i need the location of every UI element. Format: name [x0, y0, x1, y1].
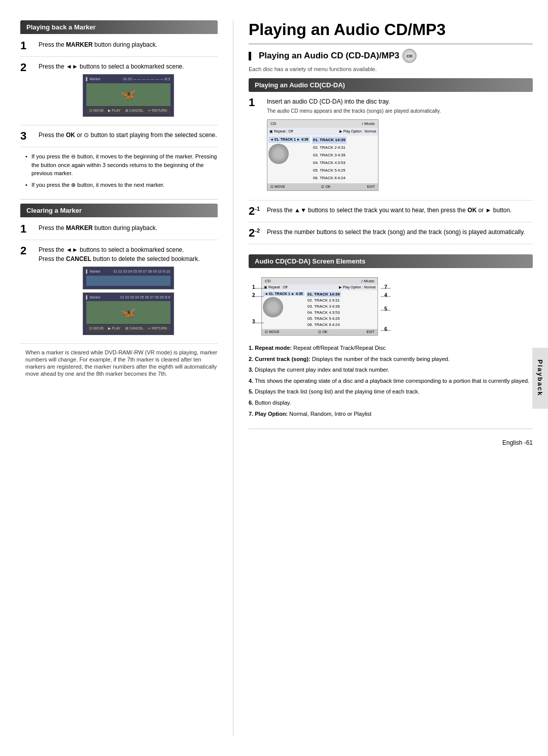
- cd-step-1-num: 1: [249, 97, 263, 108]
- elem-6-num: 6.: [249, 400, 253, 406]
- track-5-time-2: 4:25: [332, 316, 340, 321]
- step-2-num: 2: [20, 62, 35, 73]
- clearing-marker-header: Clearing a Marker: [20, 204, 218, 217]
- footer-move-2: ⊡ MOVE: [265, 330, 280, 334]
- track-1-time: 4:39: [337, 137, 346, 143]
- track-1-name: 01. TRACK 1: [313, 137, 337, 143]
- step-3-content: Press the OK or ⊙ button to start playin…: [39, 130, 218, 140]
- track-1-time-2: 4:39: [332, 292, 340, 297]
- cd-footer-2: ⊡ MOVE ⊡ OK EXIT: [262, 329, 378, 335]
- clear-step-1-content: Press the MARKER button during playback.: [39, 223, 218, 233]
- label-5: 5: [384, 306, 387, 312]
- footer-exit-2: EXIT: [366, 330, 374, 334]
- cd-screen-1-wrapper: CD ♪ Music ▣ Repeat : Off ▶ Play Option …: [267, 119, 399, 191]
- element-2: 2. Current track (song): Displays the nu…: [249, 355, 533, 364]
- marker-bold: MARKER: [66, 41, 93, 48]
- ctrl-move-2: ⊡ MOVE: [89, 326, 104, 332]
- footer-exit: EXIT: [367, 184, 375, 190]
- clearing-note-text: When a marker is cleared while DVD-RAM/-…: [25, 349, 217, 377]
- cd-main-area: ◄ 01. TRACK 1 ► 4:39 01. TRACK 1 4:39: [267, 136, 378, 183]
- cd-main-area-2: ◄ 01. TRACK 1 ► 4:39 01. TRACK 1 4:39 02…: [262, 290, 378, 329]
- playback-step-3: 3 Press the OK or ⊙ button to start play…: [20, 130, 218, 147]
- bullet-2: If you press the ⊕ button, it moves to t…: [25, 181, 218, 189]
- marker-label-1: ▌ Marker: [86, 77, 101, 82]
- track-row-6: 06. TRACK 6 4:24: [312, 175, 347, 182]
- cd-music-label: ♪ Music: [361, 121, 375, 127]
- track-6-name: 06. TRACK 6: [313, 175, 337, 181]
- elements-list: 1. Repeat mode: Repeat off/Repeat Track/…: [249, 344, 533, 418]
- page-footer: English -61: [249, 429, 533, 446]
- marker-screen-2: ▌ Marker 01 02 03 04 05 06 07 08 09 10 N…: [83, 267, 174, 289]
- label-2: 2: [252, 292, 255, 298]
- elem-2-label: Current track (song):: [255, 356, 310, 362]
- screen-with-labels: 1 2 3 7 4 5 6: [261, 273, 378, 340]
- label-7: 7: [384, 284, 387, 290]
- ok-bold-2: OK: [467, 207, 476, 214]
- cd-repeat-bar: ▣ Repeat : Off ▶ Play Option : Normal: [267, 128, 378, 136]
- section-divider-1: [20, 199, 218, 200]
- elem-5-num: 5.: [249, 388, 253, 395]
- track-row-2-2: 02. TRACK 2 4:31: [306, 298, 341, 304]
- cd-album-area-2: ◄ 01. TRACK 1 ► 4:39: [263, 291, 304, 328]
- track-6-time: 4:24: [337, 175, 346, 181]
- step-2-content: Press the ◄► buttons to select a bookmar…: [39, 62, 218, 120]
- sub-heading-text: Playing an Audio CD (CD-DA)/MP3: [259, 51, 399, 61]
- screen-elements-section: Audio CD(CD-DA) Screen Elements 1 2 3 7 …: [249, 254, 533, 418]
- track-6-name-2: 06. TRACK 6: [307, 322, 331, 327]
- marker-bar: [86, 276, 170, 286]
- elem-4-num: 4.: [249, 378, 253, 384]
- ctrl-play-2: ▶ PLAY: [108, 326, 120, 332]
- page-title: Playing an Audio CD/MP3: [249, 20, 533, 45]
- marker-row-1: ▌ Marker 01 02 — — — — — — — N:2: [86, 77, 170, 82]
- ctrl-cancel-2: ⊠ CANCEL: [125, 326, 144, 332]
- footer-ok: ⊡ OK: [321, 184, 330, 190]
- track-5-name: 05. TRACK 5: [313, 168, 337, 174]
- cd-music-label-2: ♪ Music: [361, 279, 374, 283]
- marker-image-2: 🦋: [86, 301, 170, 324]
- label-3: 3: [252, 319, 255, 324]
- clear-step-2-content: Press the ◄► buttons to select a bookmar…: [39, 245, 218, 338]
- butterfly-icon-2: 🦋: [121, 304, 136, 322]
- marker-bold-2: MARKER: [66, 224, 93, 232]
- butterfly-icon-1: 🦋: [121, 85, 136, 104]
- right-column: Playing an Audio CD/MP3 ▌ Playing an Aud…: [233, 20, 533, 736]
- step-3-num: 3: [20, 130, 35, 142]
- cd-step-2-2-num: 2-2: [249, 227, 263, 239]
- element-6: 6. Button display.: [249, 399, 533, 408]
- play-option-info-2: ▶ Play Option : Normal: [339, 285, 375, 289]
- clear-step-2-num: 2: [20, 245, 35, 256]
- cd-step-1: 1 Insert an audio CD (CD-DA) into the di…: [249, 97, 533, 201]
- sub-heading: ▌ Playing an Audio CD (CD-DA)/MP3 CD: [249, 49, 533, 63]
- element-3: 3. Displays the current play index and t…: [249, 366, 533, 375]
- marker-screen-3: ▌ Marker 01 02 03 04 05 06 07 08 09 N:9 …: [83, 292, 174, 335]
- repeat-info-2: ▣ Repeat : Off: [264, 285, 288, 289]
- cd-album-art-2: [263, 297, 283, 317]
- label-4: 4: [384, 292, 387, 298]
- current-track-display-2: ◄ 01. TRACK 1 ► 4:39: [263, 291, 304, 296]
- marker-label-3: ▌ Marker: [86, 295, 101, 301]
- playback-step-2: 2 Press the ◄► buttons to select a bookm…: [20, 62, 218, 125]
- track-row-4-2: 04. TRACK 4 3:53: [306, 310, 341, 316]
- track-row-3-2: 03. TRACK 3 4:39: [306, 304, 341, 310]
- screen-elements-header: Audio CD(CD-DA) Screen Elements: [249, 254, 533, 268]
- elem-7-num: 7.: [249, 411, 253, 417]
- cd-step-1-text: Insert an audio CD (CD-DA) into the disc…: [267, 98, 390, 105]
- ctrl-play: ▶ PLAY: [108, 108, 120, 114]
- step-1-num: 1: [20, 40, 35, 51]
- cd-footer-1: ⊡ MOVE ⊡ OK EXIT: [267, 183, 378, 191]
- marker-image-1: 🦋: [86, 83, 170, 106]
- cd-step-1-content: Insert an audio CD (CD-DA) into the disc…: [267, 97, 533, 195]
- track-row-3: 03. TRACK 3 4:39: [312, 152, 347, 159]
- cd-step-2-2: 2-2 Press the number buttons to select t…: [249, 227, 533, 244]
- page: Playing back a Marker 1 Press the MARKER…: [0, 0, 548, 756]
- elem-3-num: 3.: [249, 367, 253, 373]
- ok-bold: OK: [66, 132, 75, 139]
- track-6-time-2: 4:24: [332, 322, 340, 327]
- element-7: 7. Play Option: Normal, Random, Intro or…: [249, 410, 533, 419]
- element-1: 1. Repeat mode: Repeat off/Repeat Track/…: [249, 344, 533, 353]
- track-row-5-2: 05. TRACK 5 4:25: [306, 316, 341, 322]
- audio-cd-header: Playing an Audio CD(CD-DA): [249, 78, 533, 92]
- playback-sidebar: Playback: [532, 348, 548, 409]
- playback-marker-header: Playing back a Marker: [20, 20, 218, 34]
- marker-nums-2: 01 02 03 04 05 06 07 08 09 10 N:10: [113, 269, 170, 275]
